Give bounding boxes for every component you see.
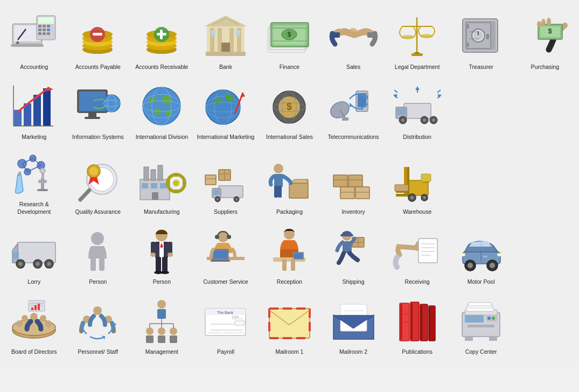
icon-item-sales[interactable]: Sales: [322, 4, 386, 74]
svg-rect-22: [93, 33, 102, 36]
svg-point-119: [423, 118, 426, 122]
svg-point-208: [91, 232, 104, 245]
icon-information-systems: [71, 80, 125, 131]
icon-item-mailroom1[interactable]: Mailroom 1: [257, 289, 322, 359]
icon-item-bank[interactable]: Bank: [194, 4, 258, 74]
svg-rect-142: [38, 180, 47, 183]
svg-rect-10: [47, 29, 50, 31]
icon-suppliers: [199, 155, 253, 206]
icon-item-purchasing[interactable]: $ Purchasing: [513, 4, 577, 74]
icon-item-accounts-receivable[interactable]: Accounts Receivable: [130, 4, 194, 74]
icon-reception: [262, 225, 316, 276]
svg-point-224: [215, 235, 219, 239]
icon-item-legal-department[interactable]: Legal Department: [385, 4, 449, 74]
icon-item-mailroom2[interactable]: Mailroom 2: [322, 289, 386, 359]
svg-point-158: [173, 180, 179, 186]
label-reception: Reception: [277, 278, 302, 286]
svg-point-261: [16, 320, 23, 327]
icon-item-international-division[interactable]: International Division: [130, 74, 194, 144]
icon-item-research-development[interactable]: Research & Development: [2, 144, 66, 219]
svg-marker-123: [415, 86, 420, 90]
label-quality-assurance: Quality Assurance: [75, 208, 121, 216]
icon-treasurer: [454, 10, 508, 61]
svg-rect-278: [157, 309, 166, 319]
icon-item-treasurer[interactable]: Treasurer: [449, 4, 513, 74]
svg-rect-155: [160, 183, 166, 188]
svg-marker-99: [240, 93, 245, 97]
svg-rect-13: [47, 32, 50, 35]
svg-rect-182: [348, 175, 362, 187]
icon-item-receiving[interactable]: Receiving: [385, 219, 449, 289]
svg-point-174: [235, 198, 238, 200]
svg-rect-5: [38, 25, 41, 27]
svg-rect-36: [229, 28, 234, 52]
svg-rect-216: [168, 242, 172, 254]
svg-rect-79: [43, 88, 51, 126]
icon-warehouse: [390, 155, 444, 206]
icon-item-reception[interactable]: Reception: [257, 219, 322, 289]
svg-point-264: [40, 315, 46, 321]
icon-publications: [390, 295, 444, 346]
icon-item-person1[interactable]: Person: [66, 219, 130, 289]
icon-item-lorry[interactable]: Lorry: [2, 219, 66, 289]
icon-item-personnel-staff[interactable]: Personnel/ Staff: [66, 289, 130, 359]
icon-item-accounts-payable[interactable]: Accounts Payable: [66, 4, 130, 74]
icon-item-accounting[interactable]: Accounting: [2, 4, 66, 74]
icon-item-customer-service[interactable]: Customer Service: [194, 219, 258, 289]
icon-international-marketing: [199, 80, 253, 131]
svg-point-288: [170, 327, 177, 335]
svg-rect-175: [289, 183, 308, 198]
svg-rect-156: [152, 192, 158, 200]
svg-rect-228: [213, 250, 227, 258]
label-warehouse: Warehouse: [403, 208, 431, 216]
svg-rect-238: [340, 234, 353, 236]
icon-person2: [135, 225, 189, 276]
icon-item-telecommunications[interactable]: Telecommunications: [322, 74, 386, 144]
icon-item-quality-assurance[interactable]: Quality Assurance: [66, 144, 130, 219]
label-international-marketing: International Marketing: [197, 134, 255, 141]
icon-board-of-directors: [7, 295, 61, 346]
svg-rect-35: [218, 28, 222, 52]
icon-item-marketing[interactable]: Marketing: [2, 74, 66, 144]
label-accounts-receivable: Accounts Receivable: [135, 64, 188, 71]
svg-rect-243: [418, 239, 437, 263]
icon-item-management[interactable]: Management: [130, 289, 194, 359]
icon-item-packaging[interactable]: Packaging: [257, 144, 322, 219]
svg-rect-166: [205, 175, 216, 185]
icon-item-publications[interactable]: Publications: [385, 289, 449, 359]
label-receiving: Receiving: [405, 278, 430, 286]
icon-item-inventory[interactable]: Inventory: [322, 144, 386, 219]
svg-point-55: [401, 35, 414, 39]
svg-point-255: [461, 253, 465, 256]
label-personnel-staff: Personnel/ Staff: [78, 348, 118, 356]
icon-item-payroll[interactable]: The Bank Date Payroll: [194, 289, 258, 359]
icon-item-manufacturing[interactable]: Manufacturing: [130, 144, 194, 219]
icon-item-warehouse[interactable]: Warehouse: [385, 144, 449, 219]
label-person1: Person: [89, 278, 107, 286]
label-bank: Bank: [219, 64, 232, 71]
icon-telecommunications: [326, 80, 380, 131]
icon-item-person2[interactable]: Person: [130, 219, 194, 289]
svg-rect-85: [88, 113, 96, 117]
icon-marketing: [7, 80, 61, 131]
svg-point-176: [274, 164, 283, 173]
svg-rect-229: [211, 260, 230, 262]
icon-receiving: [390, 225, 444, 276]
svg-rect-268: [31, 307, 33, 310]
svg-rect-11: [38, 32, 41, 35]
icon-item-board-of-directors[interactable]: Board of Directors: [2, 289, 66, 359]
icon-item-distribution[interactable]: Distribution: [385, 74, 449, 144]
svg-point-121: [432, 118, 435, 122]
icon-item-shipping[interactable]: Shipping: [322, 219, 386, 289]
icon-item-suppliers[interactable]: Suppliers: [194, 144, 258, 219]
icon-item-information-systems[interactable]: Information Systems: [66, 74, 130, 144]
svg-line-129: [437, 90, 441, 93]
icon-item-international-marketing[interactable]: International Marketing: [194, 74, 258, 144]
label-inventory: Inventory: [341, 208, 365, 216]
icon-accounting: [7, 10, 61, 61]
icon-item-finance[interactable]: $ Finance: [257, 4, 322, 74]
icon-item-international-sales[interactable]: $ International Sales: [257, 74, 322, 144]
icon-shipping: [326, 225, 380, 276]
icon-item-motor-pool[interactable]: Motor Pool: [449, 219, 513, 289]
icon-item-copy-center[interactable]: Copy Center: [449, 289, 513, 359]
